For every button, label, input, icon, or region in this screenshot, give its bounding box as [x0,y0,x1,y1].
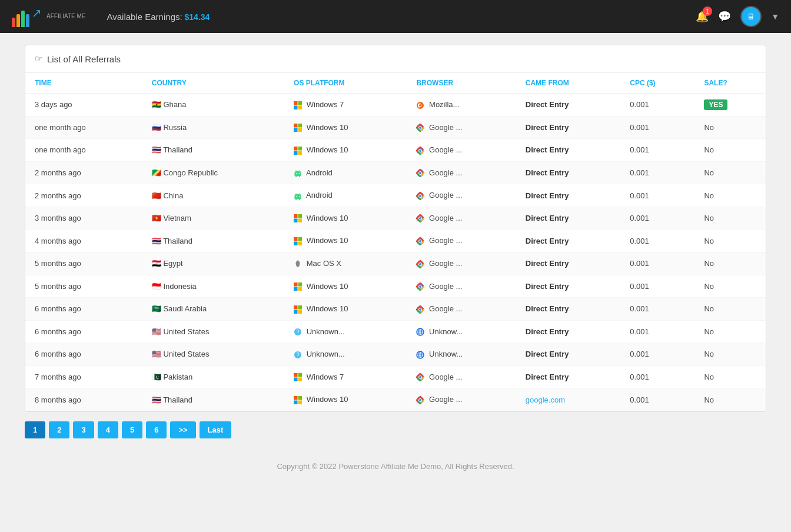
logo[interactable]: ↗ [12,6,42,27]
cell-os: Windows 7 [284,94,407,117]
page-btn-4[interactable]: 4 [98,421,118,438]
chrome-icon [416,214,424,222]
table-body: 3 days ago 🇬🇭 Ghana Windows 7 Mozilla... [25,94,766,411]
android-icon [294,192,302,200]
came-from-text: Direct Entry [526,327,569,336]
cell-cpc: 0.001 [620,161,694,184]
country-flag: 🇬🇭 [152,100,161,109]
cell-came-from: Direct Entry [516,116,620,139]
cell-browser: Unknow... [407,320,516,343]
browser-name: Google ... [429,282,462,291]
globe-browser-icon [416,351,424,359]
svg-rect-87 [294,373,298,377]
cell-came-from: Direct Entry [516,252,620,275]
page-btn->>[interactable]: >> [170,421,195,438]
page-btn-5[interactable]: 5 [122,421,142,438]
card-title: List of All Referrals [47,54,121,64]
cell-sale: No [694,275,766,298]
svg-point-30 [419,172,421,174]
cell-time: 7 months ago [25,365,142,388]
mac-icon [294,260,302,268]
svg-rect-0 [294,101,298,105]
cell-time: 3 days ago [25,94,142,117]
logo-subtitle: AFFILIATE ME [46,14,86,19]
cell-sale: No [694,320,766,343]
windows-icon [294,373,302,381]
svg-point-12 [419,127,421,129]
svg-rect-50 [298,237,303,241]
sale-no-label: No [704,237,714,245]
cell-country: 🇺🇸 United States [142,320,284,343]
table-row: 3 months ago 🇻🇳 Vietnam Windows 10 [25,207,766,230]
pagination: 123456>>Last [25,421,766,438]
page-btn-6[interactable]: 6 [146,421,167,438]
svg-rect-52 [298,241,303,245]
sale-no-label: No [704,145,714,154]
cell-came-from: google.com [516,388,620,411]
browser-name: Google ... [429,259,462,268]
svg-rect-95 [298,396,303,400]
cell-browser: Google ... [407,252,516,275]
footer-text: Copyright © 2022 Powerstone Affiliate Me… [277,462,514,471]
cell-country: 🇺🇸 United States [142,343,284,366]
svg-point-35 [296,196,297,197]
cell-time: 4 months ago [25,230,142,252]
os-name: Android [306,168,333,177]
cell-cpc: 0.001 [620,343,694,366]
cell-time: 2 months ago [25,184,142,207]
svg-rect-49 [294,237,298,241]
cell-came-from: Direct Entry [516,298,620,321]
cell-came-from: Direct Entry [516,94,620,117]
svg-rect-96 [294,400,298,404]
country-flag: 🇨🇳 [152,191,161,200]
notification-bell[interactable]: 🔔 1 [696,10,709,23]
cell-came-from: Direct Entry [516,343,620,366]
windows-icon [294,147,302,155]
came-from-text: Direct Entry [526,237,569,245]
avatar-dropdown-arrow[interactable]: ▼ [771,12,779,21]
windows-icon [294,396,302,404]
chrome-icon [416,305,424,314]
page-btn-2[interactable]: 2 [49,421,69,438]
table-row: 5 months ago 🇪🇬 Egypt Mac OS X [25,252,766,275]
cell-country: 🇹🇭 Thailand [142,388,284,411]
user-avatar[interactable]: 🖥 [740,6,762,27]
came-from-text: Direct Entry [526,191,569,200]
svg-rect-43 [298,214,303,218]
svg-rect-60 [298,282,303,287]
os-name: Windows 10 [307,395,348,404]
chat-icon[interactable]: 💬 [718,10,731,23]
cell-sale: No [694,207,766,230]
country-name: Russia [163,123,187,132]
os-name: Windows 10 [307,145,348,154]
svg-rect-1 [298,101,303,105]
page-btn-1[interactable]: 1 [25,421,45,438]
page-btn-Last[interactable]: Last [200,421,232,438]
sale-no-label: No [704,259,714,268]
svg-rect-23 [299,176,300,177]
came-from-link[interactable]: google.com [526,395,565,404]
cell-cpc: 0.001 [620,94,694,117]
cell-time: one month ago [25,139,142,162]
cell-cpc: 0.001 [620,388,694,411]
came-from-text: Direct Entry [526,168,569,177]
cell-sale: No [694,388,766,411]
os-name: Mac OS X [307,259,341,268]
page-btn-3[interactable]: 3 [73,421,94,438]
browser-name: Google ... [429,123,462,132]
country-flag: 🇹🇭 [152,145,161,154]
notification-badge: 1 [703,6,712,16]
came-from-text: Direct Entry [526,123,569,132]
svg-rect-89 [294,378,298,382]
chrome-icon [416,192,424,200]
cell-sale: No [694,343,766,366]
browser-name: Google ... [429,373,462,381]
cell-browser: Google ... [407,298,516,321]
svg-point-24 [296,173,297,174]
country-flag: 🇺🇸 [152,327,161,336]
cell-browser: Mozilla... [407,94,516,117]
windows-icon [294,305,302,314]
cell-sale: No [694,184,766,207]
cell-time: 3 months ago [25,207,142,230]
cell-country: 🇪🇬 Egypt [142,252,284,275]
